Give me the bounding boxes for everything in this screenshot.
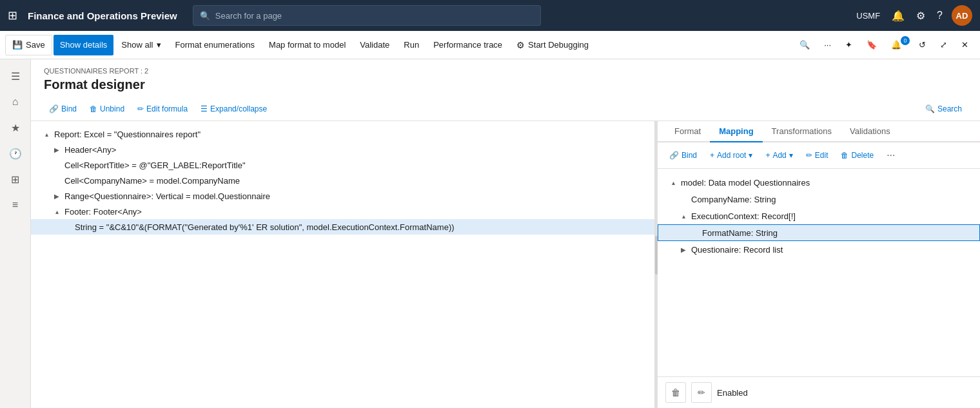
tree-item-text: Header<Any>: [64, 145, 116, 155]
main-container: ☰ ⌂ ★ 🕐 ⊞ ≡ QUESTIONNAIRES REPORT : 2 Fo…: [0, 59, 980, 408]
search-icon: 🔍: [200, 11, 210, 21]
save-button[interactable]: 💾 Save: [5, 35, 52, 55]
toolbar-search-button[interactable]: 🔍: [793, 35, 816, 55]
plus-icon: +: [765, 151, 770, 160]
split-pane: ▴ Report: Excel = "Questionnaires report…: [31, 121, 980, 408]
chevron-down-icon: ▾: [749, 151, 752, 160]
sidebar-favorites-icon[interactable]: ★: [4, 116, 27, 139]
mapping-add-button[interactable]: + Add ▾: [760, 146, 798, 164]
toolbar-bookmark-button[interactable]: 🔖: [860, 35, 883, 55]
pane-splitter[interactable]: [655, 121, 658, 408]
tree-item[interactable]: ▶ String = "&C&10"&(FORMAT("Generated by…: [31, 219, 654, 235]
performance-trace-button[interactable]: Performance trace: [427, 35, 509, 55]
help-icon[interactable]: ?: [934, 7, 945, 24]
tree-item-text: Footer: Footer<Any>: [64, 207, 142, 217]
tab-validations[interactable]: Validations: [841, 121, 899, 142]
settings-icon[interactable]: ⚙: [914, 7, 928, 24]
show-details-button[interactable]: Show details: [54, 35, 114, 55]
sidebar-menu-icon[interactable]: ☰: [4, 64, 27, 88]
toolbar-more-button[interactable]: ···: [818, 35, 838, 55]
tree-toggle-icon[interactable]: ▶: [52, 144, 62, 155]
bind-button[interactable]: 🔗 Bind: [44, 100, 82, 118]
tree-item[interactable]: ▴ Report: Excel = "Questionnaires report…: [31, 126, 654, 142]
tree-toggle-icon[interactable]: ▴: [41, 129, 52, 139]
search-icon: 🔍: [925, 104, 935, 113]
tree-item[interactable]: ▶ Cell<CompanyName> = model.CompanyName: [31, 173, 654, 188]
top-nav: ⊞ Finance and Operations Preview 🔍 Searc…: [0, 0, 980, 31]
page-title: Format designer: [44, 77, 967, 92]
mapping-pane: Format Mapping Transformations Validatio…: [658, 121, 980, 408]
debug-icon: ⚙: [516, 40, 525, 50]
mapping-tree: ▴ model: Data model Questionnaires ▶ Com…: [658, 169, 980, 376]
tree-toggle-icon[interactable]: ▴: [668, 177, 678, 188]
tree-toggle-icon[interactable]: ▴: [52, 206, 62, 217]
tree-item-text: Cell<ReportTitle> = @"GER_LABEL:ReportTi…: [64, 160, 246, 170]
tree-item[interactable]: ▶ Cell<ReportTitle> = @"GER_LABEL:Report…: [31, 157, 654, 173]
map-tree-item[interactable]: ▶ CompanyName: String: [658, 191, 980, 208]
global-search[interactable]: 🔍 Search for a page: [193, 5, 541, 26]
map-tree-item[interactable]: ▴ ExecutionContext: Record[!]: [658, 208, 980, 224]
waffle-icon[interactable]: ⊞: [8, 8, 17, 23]
sidebar-recent-icon[interactable]: 🕐: [4, 142, 27, 165]
map-item-text: FormatName: String: [702, 228, 778, 238]
edit-icon: ✏: [698, 387, 705, 398]
delete-icon: 🗑: [841, 151, 848, 160]
chevron-down-icon: ▾: [789, 151, 793, 160]
main-toolbar: 💾 Save Show details Show all ▾ Format en…: [0, 31, 980, 59]
mapping-more-button[interactable]: ···: [881, 146, 900, 164]
sidebar-workspaces-icon[interactable]: ⊞: [4, 168, 27, 191]
map-tree-item[interactable]: ▴ model: Data model Questionnaires: [658, 174, 980, 191]
link-icon: 🔗: [669, 151, 679, 160]
search-placeholder: Search for a page: [215, 11, 282, 21]
mapping-toolbar: 🔗 Bind + Add root ▾ + Add ▾ ✏: [658, 142, 980, 169]
search-button[interactable]: 🔍 Search: [920, 100, 967, 118]
show-all-button[interactable]: Show all ▾: [115, 35, 167, 55]
page-header: QUESTIONNAIRES REPORT : 2 Format designe…: [31, 59, 980, 97]
tree-item[interactable]: ▶ Range<Questionnaire>: Vertical = model…: [31, 188, 654, 204]
mapping-add-root-button[interactable]: + Add root ▾: [705, 146, 758, 164]
map-tree-item[interactable]: ▶ FormatName: String: [658, 224, 980, 241]
tree-item[interactable]: ▶ Header<Any>: [31, 142, 654, 157]
start-debugging-button[interactable]: ⚙ Start Debugging: [510, 35, 595, 55]
toolbar-refresh-button[interactable]: ↺: [912, 35, 932, 55]
app-title: Finance and Operations Preview: [28, 10, 177, 21]
toolbar-popout-button[interactable]: ⤢: [934, 35, 954, 55]
tree-item-text: Report: Excel = "Questionnaires report": [54, 130, 201, 139]
map-tree-item[interactable]: ▶ Questionaire: Record list: [658, 241, 980, 258]
content-area: QUESTIONNAIRES REPORT : 2 Format designe…: [31, 59, 980, 408]
validate-button[interactable]: Validate: [353, 35, 396, 55]
toolbar-pin-button[interactable]: ✦: [839, 35, 859, 55]
tree-toggle-icon[interactable]: ▴: [678, 211, 689, 221]
toolbar-close-button[interactable]: ✕: [955, 35, 975, 55]
toolbar-badge-button[interactable]: 🔔0: [885, 35, 911, 55]
sub-toolbar: 🔗 Bind 🗑 Unbind ✏ Edit formula ☰ Expand/…: [31, 97, 980, 121]
sidebar-list-icon[interactable]: ≡: [4, 193, 27, 217]
nav-right: USMF 🔔 ⚙ ? AD: [854, 5, 972, 26]
run-button[interactable]: Run: [397, 35, 426, 55]
edit-formula-button[interactable]: ✏ Edit formula: [132, 100, 193, 118]
tab-format[interactable]: Format: [665, 121, 710, 142]
tree-toggle-icon[interactable]: ▶: [678, 244, 689, 255]
tab-transformations[interactable]: Transformations: [763, 121, 841, 142]
mapping-edit-button[interactable]: ✏ Edit: [801, 146, 834, 164]
map-item-text: ExecutionContext: Record[!]: [691, 211, 796, 221]
footer-edit-button[interactable]: ✏: [691, 382, 712, 403]
unbind-button[interactable]: 🗑 Unbind: [84, 100, 130, 118]
footer-delete-button[interactable]: 🗑: [665, 382, 686, 403]
format-enumerations-button[interactable]: Format enumerations: [169, 35, 262, 55]
sidebar-home-icon[interactable]: ⌂: [4, 90, 27, 113]
mapping-tabs: Format Mapping Transformations Validatio…: [658, 121, 980, 142]
edit-icon: ✏: [137, 104, 144, 113]
expand-collapse-button[interactable]: ☰ Expand/collapse: [195, 100, 272, 118]
notification-icon[interactable]: 🔔: [889, 7, 907, 24]
tab-mapping[interactable]: Mapping: [710, 121, 762, 142]
link-icon: 🔗: [49, 104, 59, 113]
tree-item-text: String = "&C&10"&(FORMAT("Generated by'%…: [75, 222, 455, 232]
mapping-bind-button[interactable]: 🔗 Bind: [664, 146, 702, 164]
map-format-button[interactable]: Map format to model: [262, 35, 352, 55]
mapping-delete-button[interactable]: 🗑 Delete: [836, 146, 879, 164]
tree-toggle-icon[interactable]: ▶: [52, 191, 62, 201]
tree-item[interactable]: ▴ Footer: Footer<Any>: [31, 204, 654, 219]
map-item-text: Questionaire: Record list: [691, 245, 783, 255]
avatar[interactable]: AD: [952, 5, 972, 26]
